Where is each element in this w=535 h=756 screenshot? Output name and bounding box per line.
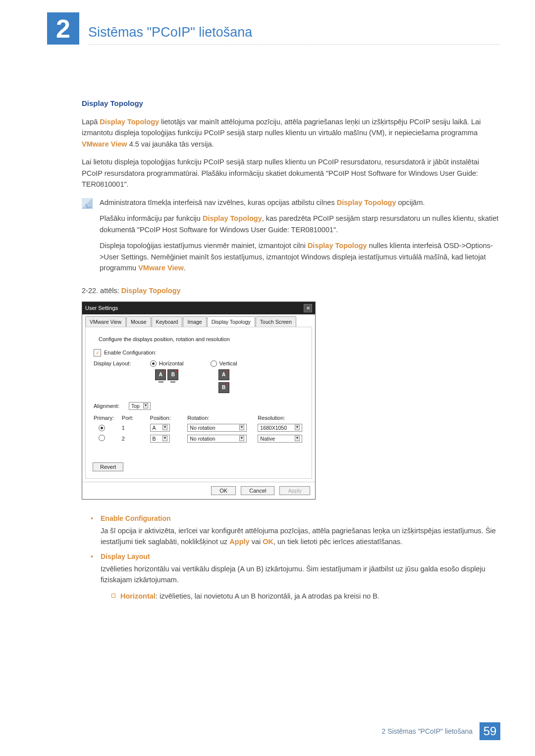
alignment-label: Alignment:: [94, 403, 126, 409]
chevron-down-icon: ▾: [239, 425, 244, 430]
rotation-select-1[interactable]: No rotation▾: [187, 424, 247, 432]
chapter-header: 2 Sistēmas "PCoIP" lietošana: [47, 12, 500, 45]
port-1: 1: [122, 425, 150, 431]
figure-caption: 2-22. attēls: Display Topology: [82, 287, 500, 295]
accent-term: Display Topology: [203, 214, 262, 222]
col-primary: Primary:: [94, 415, 122, 421]
position-value: A: [153, 425, 156, 431]
ok-button[interactable]: OK: [211, 486, 236, 495]
col-port: Port:: [122, 415, 150, 421]
tab-touch-screen[interactable]: Touch Screen: [256, 316, 296, 327]
position-select-2[interactable]: B▾: [150, 435, 170, 443]
text: : izvēlieties, lai novietotu A un B hori…: [156, 592, 379, 600]
layout-vertical-label: Vertical: [219, 360, 237, 366]
primary-radio-2[interactable]: [99, 435, 105, 441]
bullet-enable-configuration: Enable Configuration Ja šī opcija ir akt…: [91, 514, 500, 548]
accent-term: Display Topology: [100, 118, 159, 126]
text: 4.5 vai jaunāka tās versija.: [127, 140, 214, 148]
tab-keyboard[interactable]: Keyboard: [152, 316, 183, 327]
monitor-a-icon: A: [218, 369, 229, 380]
chevron-down-icon: ▾: [162, 425, 167, 430]
text: vai: [250, 538, 263, 546]
apply-button[interactable]: Apply: [279, 486, 310, 495]
accent-term: OK: [263, 538, 273, 546]
vertical-preview-icon: A B: [218, 369, 229, 395]
footer-text: 2 Sistēmas "PCoIP" lietošana: [382, 727, 473, 735]
chapter-number-badge: 2: [47, 12, 79, 45]
horizontal-preview-icon: A B: [155, 369, 178, 383]
config-description: Configure the displays position, rotatio…: [99, 336, 305, 342]
section-title: Display Topology: [82, 99, 500, 107]
resolution-value: Native: [260, 436, 275, 442]
rotation-value: No rotation: [190, 436, 215, 442]
layout-vertical-radio[interactable]: [211, 360, 217, 367]
monitor-a-icon: A: [155, 369, 166, 380]
alignment-select[interactable]: Top ▾: [129, 402, 151, 410]
tab-vmware-view[interactable]: VMware View: [85, 316, 126, 327]
resolution-select-2[interactable]: Native▾: [258, 435, 302, 443]
resolution-value: 1680X1050: [260, 425, 287, 431]
dialog-title: User Settings: [85, 305, 118, 311]
alignment-value: Top: [131, 403, 140, 409]
accent-term: VMware View: [138, 264, 184, 272]
note-p1: Administratora tīmekļa interfeisā nav iz…: [100, 197, 500, 208]
user-settings-dialog: User Settings ✕ VMware View Mouse Keyboa…: [82, 302, 316, 500]
intro-paragraph-1: Lapā Display Topology lietotājs var main…: [82, 116, 500, 150]
tab-mouse[interactable]: Mouse: [126, 316, 151, 327]
text: Administratora tīmekļa interfeisā nav iz…: [100, 199, 337, 206]
bullet-title: Enable Configuration: [101, 514, 500, 522]
text: .: [184, 264, 186, 272]
accent-term: Horizontal: [120, 592, 156, 600]
close-icon[interactable]: ✕: [304, 304, 312, 312]
bullet-body: Ja šī opcija ir aktivizēta, ierīcei var …: [101, 525, 500, 548]
dialog-titlebar: User Settings ✕: [82, 302, 315, 314]
primary-radio-1[interactable]: [99, 425, 105, 431]
revert-button[interactable]: Revert: [93, 462, 123, 471]
monitor-b-icon: B: [167, 369, 178, 380]
chevron-down-icon: ▾: [162, 436, 167, 441]
chevron-down-icon: ▾: [239, 436, 244, 441]
bullet-title: Display Layout: [101, 553, 500, 560]
chevron-down-icon: ▾: [295, 436, 300, 441]
dialog-tabs: VMware View Mouse Keyboard Image Display…: [82, 314, 315, 327]
page-number: 59: [480, 722, 500, 740]
accent-term: Display Topology: [337, 199, 396, 206]
resolution-select-1[interactable]: 1680X1050▾: [258, 424, 302, 432]
display-row-1: 1 A▾ No rotation▾ 1680X1050▾: [94, 424, 305, 432]
display-layout-label: Display Layout:: [94, 360, 138, 366]
chapter-title: Sistēmas "PCoIP" lietošana: [88, 25, 500, 45]
accent-term: VMware View: [82, 140, 127, 148]
note-p3: Displeja topoloģijas iestatījumus vienmē…: [100, 240, 500, 273]
accent-term: Apply: [229, 538, 249, 546]
text: Lapā: [82, 118, 100, 126]
enable-configuration-checkbox[interactable]: ✓: [94, 349, 101, 356]
rotation-value: No rotation: [190, 425, 215, 431]
text: , un tiek lietoti pēc ierīces atiestatīš…: [273, 538, 402, 546]
display-row-2: 2 B▾ No rotation▾ Native▾: [94, 435, 305, 443]
sub-bullet-horizontal: Horizontal: izvēlieties, lai novietotu A…: [111, 591, 500, 602]
cancel-button[interactable]: Cancel: [241, 486, 274, 495]
text: 2-22. attēls:: [82, 287, 121, 295]
text: opcijām.: [396, 199, 425, 206]
layout-horizontal-label: Horizontal: [159, 360, 184, 366]
text: Displeja topoloģijas iestatījumus vienmē…: [100, 242, 308, 250]
col-rotation: Rotation:: [187, 415, 258, 421]
position-select-1[interactable]: A▾: [150, 424, 170, 432]
intro-paragraph-2: Lai lietotu displeja topoloģijas funkcij…: [82, 156, 500, 190]
col-resolution: Resolution:: [258, 415, 305, 421]
position-value: B: [153, 436, 156, 442]
port-2: 2: [122, 436, 150, 442]
rotation-select-2[interactable]: No rotation▾: [187, 435, 247, 443]
layout-horizontal-radio[interactable]: [150, 360, 157, 367]
accent-term: Display Topology: [308, 242, 367, 250]
tab-display-topology[interactable]: Display Topology: [207, 316, 255, 327]
tab-image[interactable]: Image: [183, 316, 206, 327]
bullet-body: Izvēlieties horizontālu vai vertikālu di…: [101, 563, 500, 586]
accent-term: Display Topology: [121, 287, 181, 295]
note-icon: [82, 198, 93, 209]
chevron-down-icon: ▾: [295, 425, 300, 430]
chevron-down-icon: ▾: [143, 403, 148, 408]
col-position: Position:: [150, 415, 188, 421]
note-p2: Plašāku informāciju par funkciju Display…: [100, 213, 500, 235]
enable-configuration-label: Enable Configuration:: [104, 350, 157, 355]
